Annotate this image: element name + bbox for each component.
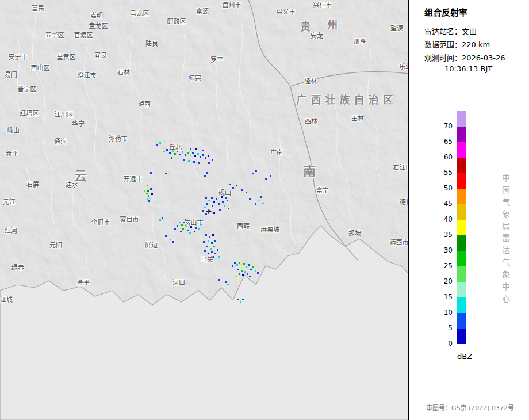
legend-swatch <box>457 235 466 251</box>
radar-echo <box>181 224 183 226</box>
radar-echo <box>255 170 257 172</box>
radar-echo <box>203 241 205 243</box>
map-label: 靖西市 <box>390 239 409 246</box>
radar-echo <box>255 203 256 205</box>
radar-echo <box>219 209 221 211</box>
radar-echo <box>205 157 206 159</box>
province-label: 南 <box>303 165 316 178</box>
map-label: 嵩明 <box>90 13 103 19</box>
map-label: 个旧市 <box>91 219 110 226</box>
radar-echo <box>198 228 200 230</box>
legend-value: 15 <box>435 293 453 300</box>
radar-echo <box>210 248 212 250</box>
map-label: 开远市 <box>124 176 143 182</box>
radar-echo <box>217 249 218 251</box>
radar-echo <box>255 270 256 272</box>
radar-echo <box>208 162 210 164</box>
legend-value: 60 <box>435 154 453 161</box>
radar-echo <box>171 157 172 159</box>
radar-echo <box>190 148 191 150</box>
legend-value: 40 <box>435 216 453 223</box>
radar-echo <box>258 200 259 201</box>
radar-echo <box>180 231 182 232</box>
radar-echo <box>208 200 210 201</box>
radar-echo <box>214 240 216 242</box>
radar-echo <box>169 152 171 154</box>
map-label: 泸西 <box>138 101 151 108</box>
observation-clock: 10:36:13 BJT <box>444 64 492 73</box>
radar-echo <box>209 236 210 238</box>
map-label: 澄江市 <box>78 72 97 79</box>
map-label: 盘州市 <box>223 2 241 9</box>
radar-echo <box>246 266 247 268</box>
map-label: 师宗 <box>189 75 201 82</box>
radar-echo <box>165 173 167 174</box>
map-label: 屏边 <box>145 242 158 249</box>
radar-echo <box>227 284 229 285</box>
map-label: 右江区 <box>393 165 409 171</box>
legend-swatch <box>457 111 466 127</box>
radar-echo <box>224 205 225 207</box>
radar-echo <box>236 185 237 186</box>
radar-echo <box>145 188 147 189</box>
radar-product-viewer: 富民嵩明马龙区麒麟区富源盘州市兴义市兴仁市安龙册亨望谟乐业宜良陆良罗平师宗石林泸… <box>0 0 529 420</box>
radar-echo <box>260 196 262 198</box>
radar-echo <box>212 234 214 236</box>
map-label: 文山市 <box>185 220 204 226</box>
radar-echo <box>252 173 254 174</box>
map-label: 江城 <box>0 297 13 303</box>
radar-echo <box>241 270 243 272</box>
radar-echo <box>237 269 239 270</box>
map-label: 丘北 <box>169 144 182 151</box>
legend-value: 10 <box>435 309 453 316</box>
radar-echo <box>147 190 149 192</box>
radar-echo <box>170 239 171 240</box>
map-label: 德保 <box>400 199 408 205</box>
radar-echo <box>208 155 209 157</box>
radar-echo <box>159 219 161 221</box>
radar-echo <box>182 228 184 230</box>
legend-swatch <box>457 251 466 266</box>
legend-swatch <box>457 313 466 329</box>
radar-echo <box>188 160 190 162</box>
map-label: 富源 <box>196 9 209 15</box>
radar-echo <box>148 195 150 197</box>
radar-echo <box>187 152 189 154</box>
province-label: 贵 <box>300 22 310 32</box>
map-label: 新平 <box>6 151 18 157</box>
radar-echo <box>222 201 224 203</box>
radar-echo <box>240 301 241 303</box>
radar-echo <box>205 234 207 236</box>
radar-echo <box>218 256 220 258</box>
legend-swatch <box>457 204 466 220</box>
radar-echo <box>213 246 215 247</box>
radar-echo <box>213 201 215 203</box>
radar-echo <box>242 299 244 300</box>
radar-echo <box>156 144 158 146</box>
radar-echo <box>212 159 213 161</box>
radar-echo <box>241 265 243 267</box>
legend-value: 55 <box>435 169 453 176</box>
radar-echo <box>218 203 220 205</box>
map-label: 田林 <box>351 116 364 122</box>
map-label: 五华区 <box>45 32 64 39</box>
radar-echo <box>183 159 185 161</box>
map-label: 乐业 <box>399 64 408 70</box>
radar-echo <box>239 273 240 275</box>
radar-echo <box>194 155 196 157</box>
map-label: 西山区 <box>31 65 50 71</box>
radar-echo <box>241 189 243 191</box>
map-label: 红塔区 <box>20 110 39 117</box>
radar-echo <box>187 230 189 231</box>
map-label: 望谟 <box>390 25 403 32</box>
legend-swatch <box>457 297 466 313</box>
legend-swatch <box>457 266 466 282</box>
radar-echo <box>265 178 267 180</box>
map-label: 马龙区 <box>131 10 150 17</box>
radar-echo <box>242 274 244 276</box>
radar-echo <box>179 222 181 223</box>
legend-swatch <box>457 282 466 297</box>
radar-echo <box>232 187 234 189</box>
legend-swatch <box>457 329 466 344</box>
map-label: 麒麟区 <box>167 18 186 25</box>
